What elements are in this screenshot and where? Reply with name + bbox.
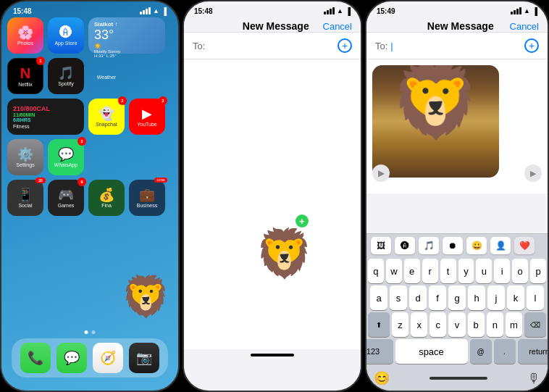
audio-keyboard-icon[interactable]: 🎵 — [419, 237, 439, 254]
key-u[interactable]: u — [476, 259, 492, 283]
status-icons-2: ▲ ▐ — [324, 7, 351, 15]
fitness-min: 11/60MIN — [13, 112, 78, 117]
key-row-3: ⬆ z x c v b n m ⌫ — [368, 312, 546, 337]
message-image-area: 🦁 ▶ ▶ — [366, 59, 548, 193]
space-key[interactable]: space — [395, 339, 468, 364]
key-j[interactable]: j — [487, 285, 505, 310]
lion-image-preview: 🦁 — [372, 65, 499, 178]
signal-icon-2 — [324, 7, 335, 14]
key-i[interactable]: i — [494, 259, 510, 283]
weather-widget[interactable]: Sialkot ↑ 33° ☀️ Mostly Sunny H:33° L:25… — [88, 17, 165, 54]
weather-app-icon[interactable]: Weather — [88, 58, 125, 94]
netflix-app-icon[interactable]: 1 N Netflix — [7, 58, 43, 94]
return-key[interactable]: return — [518, 339, 550, 364]
safari-dock-icon[interactable]: 🧭 — [93, 343, 123, 373]
message-body-2[interactable]: 🦁 + — [184, 59, 361, 349]
dock: 📞 💬 🧭 📷 — [12, 338, 168, 378]
key-h[interactable]: h — [468, 285, 485, 310]
at-key[interactable]: @ — [470, 339, 492, 364]
time-2: 15:48 — [194, 7, 213, 15]
snapchat-app-icon[interactable]: 2 👻 Snapchat — [88, 99, 125, 135]
key-r[interactable]: r — [422, 259, 438, 283]
shift-key[interactable]: ⬆ — [368, 312, 390, 337]
home-indicator-3 — [429, 377, 487, 380]
appstore-app-icon[interactable]: 🅐 App Store — [48, 17, 84, 54]
youtube-app-icon[interactable]: 2 ▶ YouTube — [129, 99, 165, 135]
key-m[interactable]: m — [506, 312, 522, 337]
key-o[interactable]: o — [512, 259, 528, 283]
key-f[interactable]: f — [429, 285, 446, 310]
key-l[interactable]: l — [527, 285, 544, 310]
key-p[interactable]: p — [530, 259, 546, 283]
key-c[interactable]: c — [429, 312, 446, 337]
fitness-widget[interactable]: 210/800CAL 11/60MIN 6/8HRS Fitness — [7, 99, 84, 135]
send-button-3[interactable]: ▶ — [372, 164, 390, 182]
key-w[interactable]: w — [386, 259, 402, 283]
lion-face-image: 🦁 — [390, 65, 481, 143]
key-y[interactable]: y — [458, 259, 474, 283]
whatsapp-app-icon[interactable]: 2 💬 WhatsApp — [48, 139, 84, 175]
ios-keyboard[interactable]: 🖼 🅐 🎵 ⏺ 😀 👤 ❤️ q w e r t y u i o p — [366, 233, 548, 391]
sticker-keyboard-icon[interactable]: ❤️ — [514, 237, 535, 254]
key-q[interactable]: q — [368, 259, 384, 283]
weather-location: Sialkot ↑ — [94, 21, 159, 28]
mic-button[interactable]: 🎙 — [527, 371, 540, 386]
messages-dock-icon[interactable]: 💬 — [56, 343, 87, 373]
to-field-2[interactable]: To: + — [184, 33, 361, 59]
key-d[interactable]: d — [409, 285, 427, 310]
key-a[interactable]: a — [370, 285, 387, 310]
phone3-new-message-keyboard: 15:49 ▲ ▐ New Message Cancel To: | + — [365, 0, 549, 392]
key-t[interactable]: t — [440, 259, 456, 283]
record-keyboard-icon[interactable]: ⏺ — [443, 237, 463, 254]
time-1: 15:48 — [13, 7, 32, 15]
memoji-keyboard-icon[interactable]: 😀 — [466, 237, 487, 254]
person-keyboard-icon[interactable]: 👤 — [490, 237, 511, 254]
delete-key[interactable]: ⌫ — [524, 312, 546, 337]
emoji-button[interactable]: 😊 — [374, 370, 390, 386]
signal-icon — [140, 7, 151, 14]
key-e[interactable]: e — [404, 259, 420, 283]
app-row-5: 20 📱 Social 9 🎮 Games 💰 Fina 11738 💼 Bus… — [7, 180, 172, 216]
key-n[interactable]: n — [487, 312, 503, 337]
key-v[interactable]: v — [448, 312, 465, 337]
appstore-keyboard-icon[interactable]: 🅐 — [395, 237, 415, 254]
business-folder-icon[interactable]: 11738 💼 Business — [129, 180, 165, 216]
key-k[interactable]: k — [507, 285, 524, 310]
spotify-app-icon[interactable]: 🎵 Spotify — [48, 58, 84, 94]
battery-icon-2: ▐ — [345, 7, 351, 15]
to-field-3[interactable]: To: | + — [366, 33, 548, 59]
status-bar-1: 15:48 ▲ ▐ — [1, 1, 178, 17]
weather-sun: ☀️ — [94, 43, 159, 49]
camera-dock-icon[interactable]: 📷 — [129, 343, 159, 373]
period-key[interactable]: . — [494, 339, 516, 364]
cancel-button-2[interactable]: Cancel — [323, 21, 352, 32]
add-recipient-button-2[interactable]: + — [338, 38, 352, 53]
key-z[interactable]: z — [392, 312, 408, 337]
key-s[interactable]: s — [390, 285, 407, 310]
wifi-icon-3: ▲ — [524, 7, 530, 14]
cancel-button-3[interactable]: Cancel — [510, 21, 539, 32]
photos-app-icon[interactable]: 🌸 Photos — [7, 17, 43, 54]
add-recipient-button-3[interactable]: + — [524, 38, 539, 53]
settings-app-icon[interactable]: ⚙️ Settings — [7, 139, 43, 175]
home-indicator-2 — [251, 354, 294, 356]
more-options-button[interactable]: ▶ — [524, 164, 542, 182]
games-folder-icon[interactable]: 9 🎮 Games — [48, 180, 84, 216]
status-bar-2: 15:48 ▲ ▐ — [184, 1, 361, 17]
key-row-4: 123 space @ . return — [368, 339, 546, 364]
battery-icon-3: ▐ — [532, 7, 537, 15]
phone1-home-screen: 15:48 ▲ ▐ 🌸 Photos 🅐 App Store Sialk — [0, 0, 180, 392]
key-x[interactable]: x — [411, 312, 427, 337]
photos-keyboard-icon[interactable]: 🖼 — [371, 237, 391, 254]
status-icons-1: ▲ ▐ — [140, 7, 167, 15]
fitness-cal: 210/800CAL — [13, 105, 78, 112]
drag-add-badge: + — [296, 214, 309, 228]
numbers-key[interactable]: 123 — [365, 339, 393, 364]
fina-folder-icon[interactable]: 💰 Fina — [88, 180, 125, 216]
status-bar-3: 15:49 ▲ ▐ — [366, 1, 548, 17]
app-row-3: 210/800CAL 11/60MIN 6/8HRS Fitness 2 👻 S… — [7, 99, 172, 135]
key-b[interactable]: b — [468, 312, 485, 337]
key-g[interactable]: g — [448, 285, 466, 310]
phone-dock-icon[interactable]: 📞 — [20, 343, 51, 373]
social-folder-icon[interactable]: 20 📱 Social — [7, 180, 43, 216]
